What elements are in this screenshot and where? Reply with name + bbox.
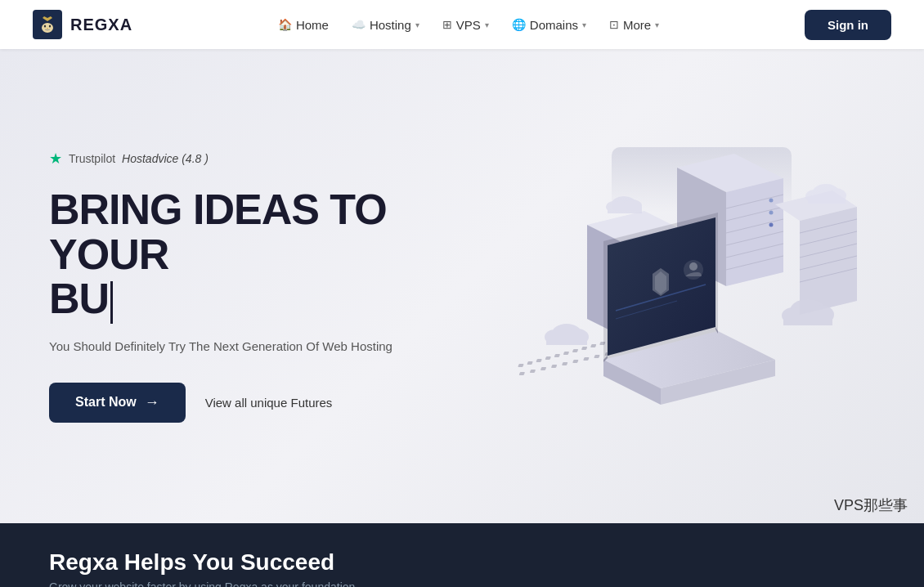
headline-line2: BU [49, 276, 462, 323]
domains-icon: 🌐 [512, 18, 526, 31]
nav-item-home[interactable]: 🏠 Home [268, 13, 339, 37]
logo-icon [33, 10, 62, 39]
svg-rect-56 [583, 357, 589, 361]
nav-label-more: More [623, 18, 651, 32]
svg-rect-41 [545, 356, 550, 360]
arrow-icon: → [145, 394, 159, 411]
hero-section: ★ Trustpilot Hostadvice (4.8 ) BRING IDE… [0, 49, 924, 523]
svg-rect-38 [518, 364, 523, 367]
start-now-button[interactable]: Start Now → [49, 383, 186, 423]
svg-point-5 [47, 28, 48, 29]
svg-rect-80 [608, 207, 642, 213]
star-icon: ★ [49, 150, 62, 168]
chevron-down-icon: ▾ [415, 20, 419, 29]
nav-links: 🏠 Home ☁️ Hosting ▾ ⊞ VPS ▾ 🌐 Domains ▾ … [268, 13, 669, 37]
hero-illustration [462, 82, 875, 491]
svg-point-2 [42, 23, 53, 33]
more-icon: ⊡ [609, 18, 619, 31]
bottom-subtitle: Grow your website faster by using Regxa … [49, 580, 875, 587]
svg-marker-29 [800, 207, 857, 315]
hero-subtitle: You Should Definitely Try The Next Gener… [49, 337, 462, 356]
svg-point-3 [44, 25, 46, 28]
svg-rect-72 [546, 337, 587, 345]
svg-rect-46 [590, 344, 595, 347]
view-futures-link[interactable]: View all unique Futures [205, 396, 333, 410]
headline-line1: BRING IDEAS TO YOUR [49, 187, 462, 276]
nav-item-vps[interactable]: ⊞ VPS ▾ [433, 13, 499, 37]
svg-point-4 [49, 25, 51, 28]
nav-label-hosting: Hosting [370, 18, 411, 32]
navbar: REGXA 🏠 Home ☁️ Hosting ▾ ⊞ VPS ▾ 🌐 Doma… [0, 0, 924, 49]
nav-item-more[interactable]: ⊡ More ▾ [599, 13, 669, 37]
svg-rect-54 [561, 362, 567, 365]
hostadvice-label: Hostadvice (4.8 ) [122, 152, 209, 165]
nav-label-vps: VPS [456, 18, 481, 32]
hero-headline: BRING IDEAS TO YOUR BU [49, 187, 462, 323]
bottom-title: Regxa Helps You Succeed [49, 549, 875, 576]
svg-rect-43 [563, 352, 568, 355]
hero-content: ★ Trustpilot Hostadvice (4.8 ) BRING IDE… [49, 150, 462, 422]
logo[interactable]: REGXA [33, 10, 132, 39]
chevron-down-icon-more: ▾ [655, 20, 659, 29]
svg-rect-50 [518, 372, 524, 375]
svg-point-17 [769, 211, 773, 215]
chevron-down-icon-domains: ▾ [582, 20, 586, 29]
svg-rect-39 [527, 361, 532, 365]
start-now-label: Start Now [75, 395, 137, 410]
chevron-down-icon-vps: ▾ [485, 20, 489, 29]
svg-rect-51 [529, 370, 535, 373]
home-icon: 🏠 [278, 18, 292, 31]
brand-name: REGXA [70, 16, 132, 34]
hosting-icon: ☁️ [352, 18, 366, 31]
svg-rect-44 [572, 349, 577, 352]
watermark: VPS那些事 [834, 495, 908, 515]
trustpilot-label: Trustpilot [69, 152, 115, 165]
hero-actions: Start Now → View all unique Futures [49, 383, 462, 423]
trust-badges: ★ Trustpilot Hostadvice (4.8 ) [49, 150, 462, 168]
svg-rect-57 [594, 355, 599, 358]
sign-in-button[interactable]: Sign in [805, 10, 891, 40]
nav-label-domains: Domains [530, 18, 578, 32]
svg-point-64 [689, 262, 697, 271]
svg-point-18 [769, 223, 773, 227]
svg-rect-55 [572, 360, 578, 363]
svg-marker-9 [726, 178, 783, 286]
svg-rect-42 [554, 354, 559, 357]
text-cursor [110, 281, 113, 324]
server-illustration [481, 98, 857, 474]
bottom-section: Regxa Helps You Succeed Grow your websit… [0, 523, 924, 587]
svg-point-16 [769, 199, 773, 203]
nav-item-hosting[interactable]: ☁️ Hosting ▾ [342, 13, 429, 37]
nav-item-domains[interactable]: 🌐 Domains ▾ [502, 13, 596, 37]
svg-rect-40 [536, 359, 541, 362]
svg-rect-45 [581, 347, 586, 350]
svg-rect-76 [783, 316, 832, 325]
vps-icon: ⊞ [442, 18, 452, 31]
svg-rect-52 [540, 367, 545, 370]
svg-rect-53 [550, 365, 556, 368]
nav-label-home: Home [296, 18, 329, 32]
svg-rect-84 [808, 196, 846, 204]
